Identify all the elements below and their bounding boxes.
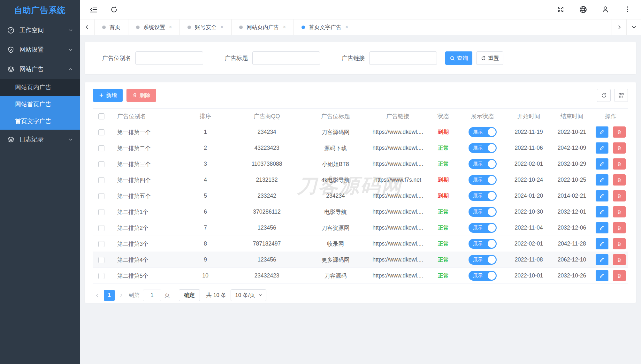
refresh-icon[interactable]: [110, 5, 118, 14]
display-toggle[interactable]: 展示: [469, 191, 497, 201]
edit-button[interactable]: [596, 222, 608, 233]
display-toggle[interactable]: 展示: [469, 175, 497, 185]
query-button-label: 查询: [457, 55, 468, 62]
title-input[interactable]: [252, 51, 320, 65]
row-delete-button[interactable]: [613, 190, 626, 201]
edit-button[interactable]: [596, 174, 608, 186]
row-delete-button[interactable]: [613, 238, 626, 249]
alias-input[interactable]: [135, 51, 203, 65]
row-delete-button[interactable]: [613, 254, 626, 265]
row-checkbox[interactable]: [98, 241, 104, 247]
next-page-button[interactable]: [117, 292, 126, 298]
table-row: 第二排第3个 8 787182497 收录网 https://www.dkewl…: [93, 236, 628, 252]
goto-suffix-label: 页: [164, 292, 170, 299]
display-toggle[interactable]: 展示: [469, 127, 497, 137]
tab-close-icon[interactable]: ×: [283, 24, 286, 30]
add-button[interactable]: 新增: [93, 89, 123, 102]
column-header-status: 状态: [429, 109, 458, 124]
row-checkbox[interactable]: [98, 225, 104, 231]
display-toggle[interactable]: 展示: [469, 159, 497, 169]
tab-close-icon[interactable]: ×: [345, 24, 348, 30]
tab[interactable]: 首页: [95, 19, 128, 35]
display-toggle[interactable]: 展示: [469, 223, 497, 233]
row-checkbox[interactable]: [98, 177, 104, 183]
toggle-knob: [488, 128, 496, 136]
display-toggle[interactable]: 展示: [469, 207, 497, 217]
cell-order: 9: [181, 252, 229, 268]
edit-button[interactable]: [596, 142, 608, 154]
chevron-down-icon: [68, 137, 73, 142]
row-delete-button[interactable]: [613, 174, 626, 186]
sidebar-item-home-text-ads[interactable]: 首页文字广告: [0, 113, 80, 130]
row-delete-button[interactable]: [613, 126, 626, 138]
row-checkbox[interactable]: [98, 257, 104, 263]
page-number-button[interactable]: 1: [104, 290, 115, 301]
query-button[interactable]: 查询: [445, 51, 472, 65]
row-checkbox[interactable]: [98, 193, 104, 199]
display-toggle[interactable]: 展示: [469, 255, 497, 265]
row-delete-button[interactable]: [613, 222, 626, 233]
display-toggle[interactable]: 展示: [469, 239, 497, 249]
column-header-start: 开始时间: [507, 109, 550, 124]
sidebar-item-site-settings[interactable]: 网站设置: [0, 40, 80, 59]
sidebar-item-site-ads[interactable]: 网站广告: [0, 59, 80, 79]
row-delete-button[interactable]: [613, 270, 626, 281]
user-icon[interactable]: [601, 5, 610, 14]
status-text: 正常: [438, 145, 449, 151]
tabs-scroll-left-button[interactable]: [80, 19, 95, 35]
row-delete-button[interactable]: [613, 142, 626, 154]
status-text: 正常: [438, 161, 449, 167]
menu-fold-icon[interactable]: [89, 5, 98, 14]
columns-settings-button[interactable]: [614, 89, 628, 102]
row-checkbox[interactable]: [98, 161, 104, 167]
sidebar-item-homepage-ads[interactable]: 网站首页广告: [0, 96, 80, 113]
reset-button[interactable]: 重置: [476, 51, 503, 65]
select-all-checkbox[interactable]: [98, 113, 104, 119]
toggle-knob: [488, 144, 496, 152]
fullscreen-icon[interactable]: [557, 5, 565, 14]
row-delete-button[interactable]: [613, 206, 626, 217]
edit-button[interactable]: [596, 126, 608, 138]
edit-button[interactable]: [596, 190, 608, 201]
prev-page-button[interactable]: [93, 292, 102, 298]
tab-close-icon[interactable]: ×: [220, 24, 223, 30]
page-size-select[interactable]: 10 条/页: [231, 289, 266, 301]
sidebar-item-inpage-ads[interactable]: 网站页内广告: [0, 79, 80, 96]
edit-button[interactable]: [596, 270, 608, 281]
table-refresh-button[interactable]: [597, 89, 611, 102]
row-delete-button[interactable]: [613, 158, 626, 170]
link-input[interactable]: [369, 51, 437, 65]
goto-confirm-button[interactable]: 确定: [179, 289, 200, 301]
row-checkbox[interactable]: [98, 273, 104, 279]
goto-page-input[interactable]: [143, 290, 161, 301]
display-toggle[interactable]: 展示: [469, 143, 497, 153]
edit-button[interactable]: [596, 206, 608, 217]
cell-link: https://www.f7s.net: [367, 172, 429, 188]
edit-button[interactable]: [596, 254, 608, 265]
row-checkbox[interactable]: [98, 209, 104, 215]
tab-close-icon[interactable]: ×: [169, 24, 172, 30]
row-checkbox[interactable]: [98, 145, 104, 151]
tabs-scroll-right-button[interactable]: [612, 19, 626, 35]
content: 广告位别名 广告标题 广告链接 查询: [80, 35, 641, 364]
tab[interactable]: 网站页内广告 ×: [232, 19, 294, 35]
sidebar-item-logs[interactable]: 日志记录: [0, 130, 80, 149]
sidebar-item-workspace[interactable]: 工作空间: [0, 20, 80, 40]
display-toggle[interactable]: 展示: [469, 271, 497, 281]
delete-button[interactable]: 删除: [126, 89, 156, 102]
tab[interactable]: 首页文字广告 ×: [294, 19, 356, 35]
cell-end-date: 2042-12-09: [550, 140, 593, 156]
toggle-knob: [488, 160, 496, 168]
kebab-icon[interactable]: [624, 5, 632, 14]
toggle-knob: [488, 240, 496, 248]
tabs-dropdown-button[interactable]: [626, 19, 641, 35]
cell-title: 源码下载: [304, 140, 367, 156]
edit-button[interactable]: [596, 238, 608, 249]
tab[interactable]: 系统设置 ×: [128, 19, 180, 35]
cell-end-date: 2022-10-25: [550, 172, 593, 188]
edit-button[interactable]: [596, 158, 608, 170]
tab[interactable]: 账号安全 ×: [180, 19, 231, 35]
row-checkbox[interactable]: [98, 129, 104, 135]
globe-icon[interactable]: [579, 5, 587, 14]
tab-label: 网站页内广告: [247, 24, 279, 31]
